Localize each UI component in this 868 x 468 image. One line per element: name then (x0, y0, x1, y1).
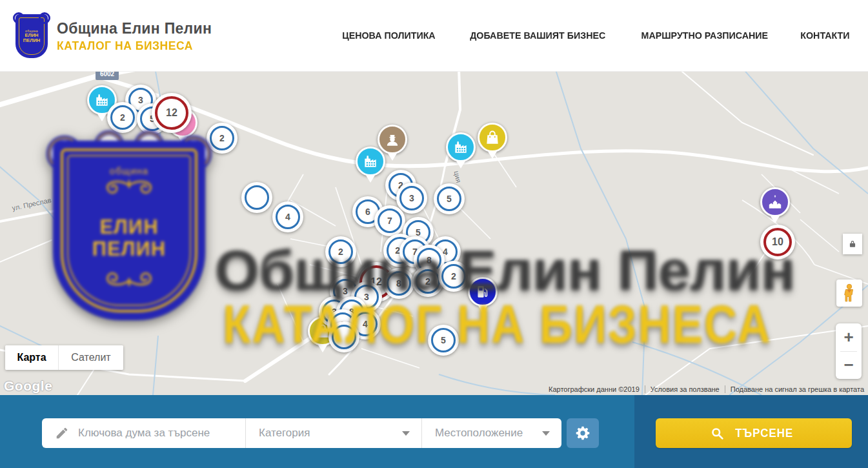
header: община ЕЛИН ПЕЛИН Община Елин Пелин КАТА… (0, 0, 868, 72)
road-number-badge: 6002 (96, 71, 119, 80)
attribution-copyright: Картографски данни ©2019 (549, 385, 640, 393)
pegman-icon (842, 283, 856, 303)
zoom-control: + − (836, 323, 862, 379)
map-type-control: Карта Сателит (5, 345, 123, 370)
gear-icon (574, 425, 591, 442)
map-type-satellite-button[interactable]: Сателит (59, 345, 123, 370)
zoom-out-button[interactable]: − (836, 352, 862, 380)
map-cluster-marker[interactable]: 7 (374, 205, 405, 236)
seal-name-line2: ПЕЛИН (23, 38, 40, 43)
watermark-subtitle: КАТАЛОГ НА БИЗНЕСА (223, 293, 772, 356)
watermark-municipality-seal: община ЕЛИН ПЕЛИН (53, 141, 205, 320)
site-subtitle: КАТАЛОГ НА БИЗНЕСА (57, 39, 207, 53)
keyword-search-input[interactable] (77, 426, 228, 440)
search-button-label: ТЪРСЕНЕ (735, 426, 793, 440)
map-attribution: Картографски данни ©2019 Условия за полз… (549, 385, 864, 393)
map-cluster-marker[interactable]: 4 (272, 201, 303, 232)
google-logo[interactable]: Google (4, 378, 52, 394)
municipality-seal-icon: община ЕЛИН ПЕЛИН (15, 14, 48, 58)
map-pin-church[interactable] (760, 187, 790, 227)
keyword-field-wrap (42, 418, 245, 448)
pencil-icon (55, 426, 69, 440)
site-title: Община Елин Пелин (57, 20, 212, 37)
nav-item-4[interactable]: КОНТАКТИ (800, 30, 849, 41)
padlock-icon (848, 239, 857, 249)
location-dropdown[interactable]: Местоположение (422, 418, 561, 448)
map-pin-factory[interactable] (446, 132, 476, 172)
map-cluster-marker[interactable]: 3 (396, 183, 427, 214)
nav-item-1[interactable]: ЦЕНОВА ПОЛИТИКА (342, 30, 435, 41)
zoom-in-button[interactable]: + (836, 323, 862, 351)
map-type-map-button[interactable]: Карта (5, 345, 59, 370)
terms-link[interactable]: Условия за ползване (651, 385, 720, 393)
map-pin-factory[interactable] (356, 147, 385, 187)
map-cluster-marker[interactable] (241, 182, 272, 213)
map-pin-bag[interactable] (478, 123, 507, 163)
nav-item-2[interactable]: ДОБАВЕТЕ ВАШИЯТ БИЗНЕС (470, 30, 605, 41)
category-dropdown[interactable]: Категория (246, 418, 421, 448)
lock-control[interactable] (843, 234, 862, 254)
map-cluster-marker[interactable]: 5 (434, 183, 465, 214)
location-placeholder: Местоположение (435, 427, 523, 440)
street-view-pegman[interactable] (836, 280, 862, 307)
search-bar: Категория Местоположение ТЪРСЕНЕ (0, 395, 868, 468)
map-cluster-marker[interactable]: 12 (152, 93, 192, 133)
search-button[interactable]: ТЪРСЕНЕ (656, 418, 852, 448)
report-error-link[interactable]: Подаване на сигнал за грешка в картата (731, 385, 864, 393)
page: община ЕЛИН ПЕЛИН Община Елин Пелин КАТА… (0, 0, 868, 468)
brand-text: Община Елин Пелин КАТАЛОГ НА БИЗНЕСА (57, 20, 212, 53)
map-canvas[interactable]: 6002 325122235647522774812822333834510ул… (0, 71, 868, 395)
category-placeholder: Категория (259, 427, 310, 440)
site-logo[interactable]: община ЕЛИН ПЕЛИН Община Елин Пелин КАТА… (15, 14, 212, 58)
advanced-settings-button[interactable] (567, 418, 599, 448)
nav-item-3[interactable]: МАРШРУТНО РАЗПИСАНИЕ (641, 30, 769, 41)
street-label: ул. Преслав (11, 196, 52, 212)
chevron-down-icon (542, 431, 550, 436)
search-icon (711, 427, 724, 440)
chevron-down-icon (402, 431, 410, 436)
map-cluster-marker[interactable]: 2 (107, 102, 138, 133)
search-fields: Категория Местоположение (42, 418, 561, 448)
main-nav: ЦЕНОВА ПОЛИТИКАДОБАВЕТЕ ВАШИЯТ БИЗНЕСМАР… (338, 0, 852, 71)
